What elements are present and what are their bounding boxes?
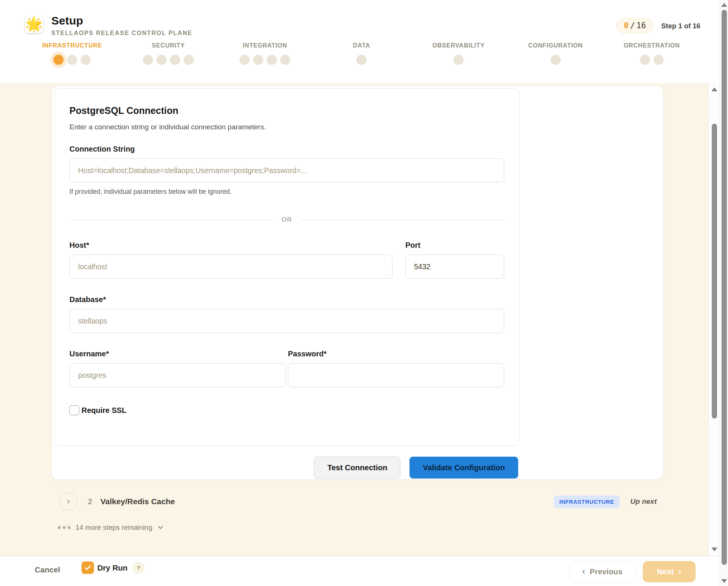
form-title: PostgreSQL Connection [69, 105, 504, 116]
chevron-right-icon: › [678, 567, 681, 577]
step-dot [184, 55, 194, 65]
window-scrollbar [720, 0, 728, 586]
divider-line-left [69, 220, 272, 220]
step-dot [280, 55, 291, 65]
password-label: Password* [288, 350, 504, 358]
previous-button[interactable]: ‹ Previous [569, 561, 636, 582]
next-step-row: › 2 Valkey/Redis Cache INFRASTRUCTURE Up… [59, 492, 657, 511]
step-group-security: SECURITY [143, 42, 194, 65]
step-group-label: ORCHESTRATION [624, 42, 680, 49]
username-input[interactable] [69, 363, 286, 387]
step-group-integration: INTEGRATION [240, 42, 291, 65]
expand-step-button[interactable]: › [59, 492, 77, 511]
ellipsis-dots-icon [58, 526, 71, 529]
validate-configuration-button[interactable]: Validate Configuration [409, 457, 518, 479]
port-label: Port [405, 241, 504, 250]
window-scroll-down-icon[interactable] [721, 579, 727, 583]
username-label: Username* [69, 350, 286, 358]
step-card: PostgreSQL Connection Enter a connection… [51, 86, 663, 480]
step-dot [67, 55, 77, 65]
wizard-scroll-area: PostgreSQL Connection Enter a connection… [0, 83, 708, 556]
database-input[interactable] [69, 309, 504, 333]
step-group-label: OBSERVABILITY [432, 42, 485, 49]
step-group-configuration: CONFIGURATION [528, 42, 583, 65]
window-scrollbar-thumb[interactable] [722, 10, 727, 565]
previous-label: Previous [590, 567, 623, 576]
step-group-label: INFRASTRUCTURE [42, 42, 102, 49]
dry-run-label: Dry Run [97, 563, 128, 572]
database-label: Database* [69, 295, 504, 304]
help-icon[interactable]: ? [133, 562, 144, 574]
footer: Cancel Dry Run ? ‹ Previous Next › [0, 556, 720, 586]
step-dot [267, 55, 277, 65]
step-group-label: INTEGRATION [240, 42, 291, 49]
more-steps-expander[interactable]: 14 more steps remaining [58, 523, 163, 532]
port-input[interactable] [405, 255, 504, 279]
step-group-label: DATA [353, 42, 370, 49]
step-group-label: SECURITY [143, 42, 194, 49]
password-input[interactable] [288, 363, 504, 387]
progress-separator: / [630, 21, 635, 30]
step-group-observability: OBSERVABILITY [432, 42, 485, 65]
category-badge: INFRASTRUCTURE [554, 495, 620, 508]
progress-current: 0 [624, 21, 629, 30]
require-ssl-label: Require SSL [81, 406, 126, 415]
test-connection-button[interactable]: Test Connection [314, 457, 400, 479]
step-dot [170, 55, 180, 65]
page-title: Setup [51, 14, 192, 27]
next-step-number: 2 [88, 497, 92, 506]
form-description: Enter a connection string or individual … [69, 123, 504, 131]
app-logo-star-icon: 🌟 [25, 15, 43, 33]
check-icon [85, 565, 91, 571]
dry-run-control: Dry Run ? [82, 561, 144, 574]
step-group-orchestration: ORCHESTRATION [624, 42, 680, 65]
scroll-up-icon[interactable] [711, 87, 717, 91]
content-scrollbar-thumb[interactable] [712, 124, 717, 419]
require-ssl-checkbox[interactable] [69, 405, 79, 415]
page-subtitle: STELLAOPS RELEASE CONTROL PLANE [51, 30, 192, 37]
connection-string-helper: If provided, individual parameters below… [69, 188, 504, 196]
step-dot [143, 55, 153, 65]
connection-string-label: Connection String [69, 145, 504, 153]
cancel-button[interactable]: Cancel [35, 565, 60, 574]
or-divider: OR [69, 216, 504, 224]
chevron-right-icon: › [67, 497, 70, 506]
content-scrollbar [708, 83, 720, 556]
more-steps-label: 14 more steps remaining [75, 523, 152, 532]
progress-total: 16 [636, 21, 646, 30]
step-dot [240, 55, 250, 65]
step-group-label: CONFIGURATION [528, 42, 583, 49]
stepper: INFRASTRUCTURESECURITYINTEGRATIONDATAOBS… [0, 42, 720, 80]
host-input[interactable] [69, 255, 392, 279]
host-label: Host* [69, 241, 392, 250]
divider-text: OR [282, 216, 292, 224]
form-actions: Test Connection Validate Configuration [314, 457, 518, 479]
next-step-title: Valkey/Redis Cache [100, 497, 175, 506]
step-dot-active [54, 55, 64, 65]
next-label: Next [657, 567, 674, 576]
postgresql-form-panel: PostgreSQL Connection Enter a connection… [54, 88, 520, 446]
step-dot [157, 55, 167, 65]
divider-line-right [301, 220, 504, 220]
scroll-down-icon[interactable] [711, 548, 717, 551]
connection-string-input[interactable] [69, 158, 504, 183]
title-block: Setup STELLAOPS RELEASE CONTROL PLANE [51, 14, 192, 37]
step-group-infrastructure: INFRASTRUCTURE [42, 42, 102, 65]
step-dot [356, 55, 366, 65]
progress-count-badge: 0 / 16 [616, 18, 654, 33]
step-dot [454, 55, 464, 65]
step-counter: Step 1 of 16 [661, 22, 700, 30]
step-dot [654, 55, 664, 65]
step-group-data: DATA [353, 42, 370, 65]
window-scroll-up-icon[interactable] [721, 3, 727, 7]
header: 🌟 Setup STELLAOPS RELEASE CONTROL PLANE … [0, 0, 720, 83]
step-dot [640, 55, 650, 65]
dry-run-checkbox[interactable] [82, 561, 94, 574]
step-dot [253, 55, 263, 65]
chevron-down-icon [157, 525, 163, 531]
up-next-label: Up next [630, 497, 657, 506]
step-dot [81, 55, 91, 65]
chevron-left-icon: ‹ [582, 567, 585, 577]
step-dot [550, 55, 560, 65]
next-button[interactable]: Next › [643, 561, 696, 582]
